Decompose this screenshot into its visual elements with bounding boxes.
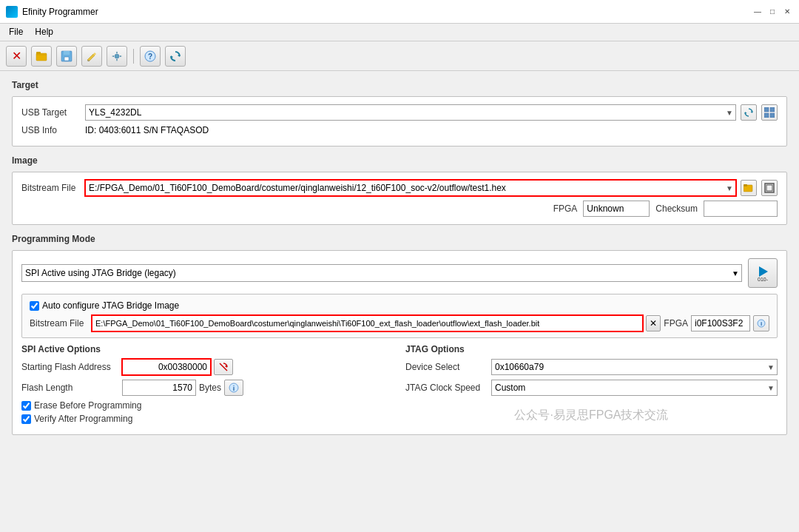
- image-section-title: Image: [12, 155, 787, 166]
- usb-target-refresh-btn[interactable]: [741, 104, 757, 121]
- bridge-bitstream-label: Bitstream File: [30, 318, 89, 329]
- flash-length-row: Flash Length Bytes i: [21, 380, 394, 396]
- toolbar: ✕ ?: [0, 41, 799, 71]
- starting-flash-input[interactable]: [122, 359, 211, 375]
- svg-rect-18: [744, 184, 747, 186]
- svg-text:i: i: [233, 385, 235, 392]
- checksum-input[interactable]: [704, 201, 778, 217]
- usb-target-select-wrapper: YLS_4232DL ▼: [85, 104, 736, 121]
- mode-select-wrap: SPI Active using JTAG Bridge (legacy) ▼: [21, 264, 742, 282]
- verify-checkbox[interactable]: [21, 414, 31, 424]
- verify-label: Verify After Programming: [34, 414, 132, 424]
- menu-help[interactable]: Help: [29, 25, 59, 39]
- image-section: Bitstream File ▼ FPGA Checksum: [12, 172, 787, 225]
- device-select-label: Device Select: [405, 362, 487, 372]
- target-section: USB Target YLS_4232DL ▼ USB Info ID: 040…: [12, 96, 787, 147]
- bridge-fpga-info-btn[interactable]: i: [753, 315, 769, 331]
- menu-file[interactable]: File: [3, 25, 29, 39]
- starting-flash-reset-btn[interactable]: [214, 359, 233, 375]
- app-icon: [6, 6, 18, 18]
- starting-flash-row: Starting Flash Address: [21, 359, 394, 375]
- usb-target-select[interactable]: YLS_4232DL: [85, 104, 736, 121]
- svg-rect-14: [770, 107, 775, 112]
- device-select[interactable]: 0x10660a79: [491, 359, 778, 375]
- mode-select-row: SPI Active using JTAG Bridge (legacy) ▼ …: [21, 258, 778, 288]
- auto-configure-sub-section: Auto configure JTAG Bridge Image Bitstre…: [21, 294, 778, 338]
- auto-configure-checkbox[interactable]: [30, 301, 39, 311]
- svg-rect-16: [770, 113, 775, 118]
- bridge-bitstream-row: Bitstream File ✕ FPGA i: [30, 315, 769, 331]
- auto-configure-row: Auto configure JTAG Bridge Image: [30, 300, 769, 311]
- bitstream-label: Bitstream File: [21, 183, 81, 193]
- bitstream-select-wrapper: ▼: [85, 180, 736, 196]
- spi-options-panel: SPI Active Options Starting Flash Addres…: [21, 344, 394, 427]
- flash-length-label: Flash Length: [21, 383, 118, 393]
- minimize-btn[interactable]: —: [752, 6, 763, 18]
- svg-rect-4: [64, 57, 69, 61]
- maximize-btn[interactable]: □: [766, 6, 778, 18]
- verify-row: Verify After Programming: [21, 414, 394, 424]
- close-btn[interactable]: ✕: [781, 6, 793, 18]
- svg-rect-15: [764, 113, 769, 118]
- window-controls: — □ ✕: [752, 6, 793, 18]
- toolbar-edit-btn[interactable]: [81, 46, 102, 67]
- main-content: Target USB Target YLS_4232DL ▼ USB Inf: [0, 71, 799, 532]
- app-window: Efinity Programmer — □ ✕ File Help ✕ ?: [0, 0, 799, 532]
- bridge-bitstream-clear-btn[interactable]: ✕: [646, 315, 661, 331]
- title-bar: Efinity Programmer — □ ✕: [0, 0, 799, 24]
- usb-target-settings-btn[interactable]: [761, 104, 778, 121]
- usb-info-label: USB Info: [21, 125, 81, 135]
- flash-length-info-btn[interactable]: i: [224, 380, 243, 396]
- toolbar-sep: [133, 49, 134, 64]
- bitstream-maximize-btn[interactable]: [761, 180, 778, 196]
- usb-info-value: ID: 0403:6011 S/N FTAQASOD: [85, 125, 209, 135]
- svg-rect-13: [764, 107, 769, 112]
- program-btn[interactable]: 010-: [748, 258, 778, 288]
- svg-marker-12: [745, 112, 747, 115]
- watermark: 公众号·易灵思FPGA技术交流: [405, 408, 778, 423]
- fpga-label: FPGA: [553, 203, 578, 214]
- svg-point-6: [115, 54, 119, 58]
- svg-marker-11: [751, 111, 753, 114]
- toolbar-help-btn[interactable]: ?: [140, 46, 161, 67]
- window-title: Efinity Programmer: [22, 7, 752, 17]
- target-section-title: Target: [12, 80, 787, 90]
- usb-target-row: USB Target YLS_4232DL ▼: [21, 104, 778, 121]
- toolbar-save-btn[interactable]: [56, 46, 77, 67]
- bridge-bitstream-input[interactable]: [92, 315, 643, 331]
- toolbar-refresh-btn[interactable]: [165, 46, 186, 67]
- toolbar-open-btn[interactable]: [31, 46, 52, 67]
- erase-checkbox[interactable]: [21, 401, 31, 411]
- usb-target-label: USB Target: [21, 107, 81, 118]
- program-btn-label: 010-: [758, 277, 768, 282]
- auto-configure-label: Auto configure JTAG Bridge Image: [42, 300, 179, 311]
- jtag-options-panel: JTAG Options Device Select 0x10660a79 ▼ …: [405, 344, 778, 427]
- starting-flash-input-group: [122, 359, 233, 375]
- checksum-label: Checksum: [655, 203, 698, 214]
- options-container: SPI Active Options Starting Flash Addres…: [21, 344, 778, 427]
- flash-length-input[interactable]: [122, 380, 196, 396]
- device-select-row: Device Select 0x10660a79 ▼: [405, 359, 778, 375]
- programming-mode-section: SPI Active using JTAG Bridge (legacy) ▼ …: [12, 250, 787, 435]
- bitstream-open-btn[interactable]: [741, 180, 757, 196]
- menu-bar: File Help: [0, 24, 799, 41]
- bytes-label: Bytes: [199, 383, 221, 393]
- spi-options-title: SPI Active Options: [21, 344, 394, 354]
- svg-rect-1: [36, 52, 41, 54]
- starting-flash-label: Starting Flash Address: [21, 362, 118, 372]
- bridge-fpga-label: FPGA: [664, 318, 688, 329]
- flash-length-input-group: Bytes i: [122, 380, 243, 396]
- jtag-clock-select-wrapper: Custom ▼: [491, 380, 778, 396]
- mode-select[interactable]: SPI Active using JTAG Bridge (legacy): [21, 264, 742, 282]
- svg-marker-21: [759, 266, 768, 277]
- svg-marker-24: [225, 365, 227, 368]
- fpga-value-input[interactable]: [583, 201, 650, 217]
- bridge-fpga-input[interactable]: [691, 315, 750, 331]
- svg-rect-3: [64, 51, 70, 55]
- svg-rect-20: [766, 185, 772, 191]
- svg-text:?: ?: [148, 53, 152, 61]
- jtag-clock-select[interactable]: Custom: [491, 380, 778, 396]
- bitstream-input[interactable]: [85, 180, 736, 196]
- toolbar-settings-btn[interactable]: [107, 46, 127, 67]
- toolbar-close-btn[interactable]: ✕: [6, 46, 27, 67]
